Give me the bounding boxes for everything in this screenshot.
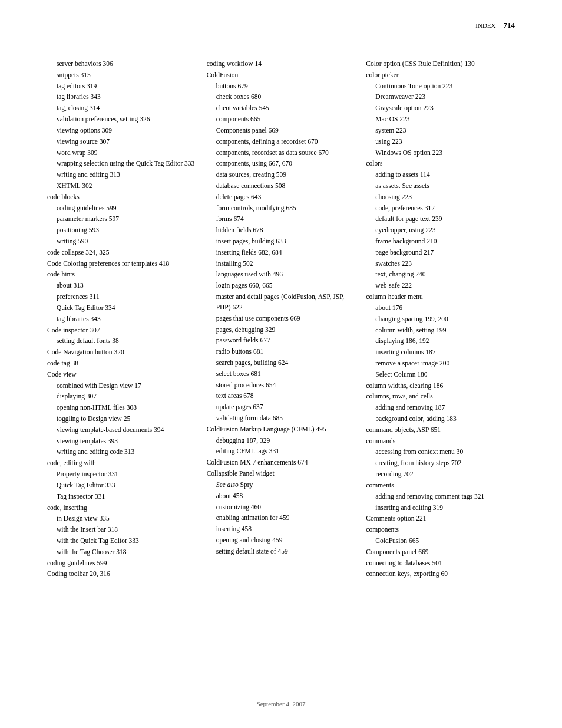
list-item: default for page text 239 xyxy=(366,214,515,225)
list-item: connecting to databases 501 xyxy=(366,558,515,569)
list-item: login pages 660, 665 xyxy=(207,281,356,291)
list-item: viewing options 309 xyxy=(47,126,196,136)
page-number: 714 xyxy=(504,21,515,30)
list-item: inserting fields 682, 684 xyxy=(207,248,356,258)
list-item: server behaviors 306 xyxy=(47,59,196,70)
list-item: opening non-HTML files 308 xyxy=(47,403,196,413)
list-item: stored procedures 654 xyxy=(207,380,356,391)
list-item: code blocks xyxy=(47,192,196,203)
list-item: text, changing 240 xyxy=(366,269,515,280)
list-item: with the Insert bar 318 xyxy=(47,525,196,535)
list-item: Code view xyxy=(47,370,196,380)
list-item: writing 590 xyxy=(47,236,196,247)
list-item: Windows OS option 223 xyxy=(366,148,515,159)
list-item: enabling animation for 459 xyxy=(207,513,356,523)
list-item: ColdFusion Markup Language (CFML) 495 xyxy=(207,424,356,435)
list-item: choosing 223 xyxy=(366,192,515,203)
list-item: viewing source 307 xyxy=(47,137,196,147)
list-item: Mac OS 223 xyxy=(366,114,515,125)
list-item: wrapping selection using the Quick Tag E… xyxy=(47,159,196,169)
index-columns: server behaviors 306snippets 315tag edit… xyxy=(47,59,515,580)
list-item: page background 217 xyxy=(366,248,515,258)
list-item: data sources, creating 509 xyxy=(207,170,356,180)
list-item: adding and removing 187 xyxy=(366,403,515,413)
list-item: accessing from context menu 30 xyxy=(366,447,515,457)
page-header: INDEX 714 xyxy=(475,21,515,30)
list-item: insert pages, building 633 xyxy=(207,236,356,247)
list-item: tag libraries 343 xyxy=(47,92,196,103)
list-item: writing and editing code 313 xyxy=(47,447,196,457)
list-item: Quick Tag Editor 334 xyxy=(47,303,196,314)
list-item: pages that use components 669 xyxy=(207,314,356,324)
index-column-col2: coding workflow 14ColdFusionbuttons 679c… xyxy=(207,59,366,580)
list-item: writing and editing 313 xyxy=(47,170,196,180)
list-item: tag editors 319 xyxy=(47,81,196,92)
list-item: Dreamweaver 223 xyxy=(366,92,515,103)
list-item: ColdFusion xyxy=(207,70,356,81)
list-item: forms 674 xyxy=(207,214,356,225)
list-item: as assets. See assets xyxy=(366,181,515,192)
list-item: swatches 223 xyxy=(366,259,515,269)
list-item: ColdFusion MX 7 enhancements 674 xyxy=(207,457,356,468)
list-item: master and detail pages (ColdFusion, ASP… xyxy=(207,292,356,313)
list-item: client variables 545 xyxy=(207,103,356,114)
list-item: languages used with 496 xyxy=(207,269,356,280)
list-item: setting default fonts 38 xyxy=(47,336,196,347)
list-item: Quick Tag Editor 333 xyxy=(47,480,196,491)
list-item: snippets 315 xyxy=(47,70,196,81)
list-item: about 458 xyxy=(207,491,356,502)
list-item: Code Coloring preferences for templates … xyxy=(47,259,196,269)
list-item: code, editing with xyxy=(47,458,196,469)
list-item: remove a spacer image 200 xyxy=(366,358,515,369)
page: INDEX 714 server behaviors 306snippets 3… xyxy=(0,0,562,728)
list-item: columns, rows, and cells xyxy=(366,391,515,402)
list-item: column header menu xyxy=(366,292,515,302)
list-item: Coding toolbar 20, 316 xyxy=(47,569,196,579)
list-item: select boxes 681 xyxy=(207,369,356,380)
list-item: customizing 460 xyxy=(207,502,356,513)
list-item: combined with Design view 17 xyxy=(47,381,196,391)
list-item: code, preferences 312 xyxy=(366,203,515,214)
list-item: See also Spry xyxy=(207,480,356,490)
list-item: inserting and editing 319 xyxy=(366,503,515,513)
list-item: command objects, ASP 651 xyxy=(366,425,515,436)
list-item: buttons 679 xyxy=(207,81,356,92)
list-item: coding guidelines 599 xyxy=(47,558,196,569)
list-item: check boxes 680 xyxy=(207,92,356,103)
list-item: Code inspector 307 xyxy=(47,325,196,336)
list-item: Comments option 221 xyxy=(366,513,515,524)
list-item: toggling to Design view 25 xyxy=(47,414,196,424)
list-item: inserting columns 187 xyxy=(366,347,515,358)
list-item: validation preferences, setting 326 xyxy=(47,114,196,125)
list-item: components, defining a recordset 670 xyxy=(207,137,356,147)
list-item: positioning 593 xyxy=(47,225,196,236)
list-item: code tag 38 xyxy=(47,358,196,369)
list-item: text areas 678 xyxy=(207,391,356,401)
list-item: XHTML 302 xyxy=(47,181,196,192)
list-item: adding and removing comment tags 321 xyxy=(366,492,515,502)
list-item: debugging 187, 329 xyxy=(207,436,356,446)
list-item: system 223 xyxy=(366,126,515,136)
list-item: Continuous Tone option 223 xyxy=(366,81,515,92)
list-item: coding guidelines 599 xyxy=(47,203,196,214)
list-item: coding workflow 14 xyxy=(207,59,356,70)
list-item: with the Tag Chooser 318 xyxy=(47,547,196,558)
list-item: viewing templates 393 xyxy=(47,436,196,447)
list-item: Property inspector 331 xyxy=(47,469,196,480)
list-item: inserting 458 xyxy=(207,524,356,535)
list-item: Color option (CSS Rule Definition) 130 xyxy=(366,59,515,70)
list-item: connection keys, exporting 60 xyxy=(366,569,515,579)
list-item: update pages 637 xyxy=(207,402,356,413)
list-item: password fields 677 xyxy=(207,335,356,346)
list-item: Components panel 669 xyxy=(207,126,356,136)
list-item: viewing template-based documents 394 xyxy=(47,425,196,436)
list-item: in Design view 335 xyxy=(47,513,196,524)
list-item: adding to assets 114 xyxy=(366,170,515,180)
list-item: installing 502 xyxy=(207,259,356,269)
list-item: tag, closing 314 xyxy=(47,103,196,114)
list-item: setting default state of 459 xyxy=(207,546,356,557)
index-column-col3: Color option (CSS Rule Definition) 130co… xyxy=(366,59,515,580)
index-column-col1: server behaviors 306snippets 315tag edit… xyxy=(47,59,207,580)
list-item: Collapsible Panel widget xyxy=(207,469,356,479)
list-item: delete pages 643 xyxy=(207,192,356,203)
